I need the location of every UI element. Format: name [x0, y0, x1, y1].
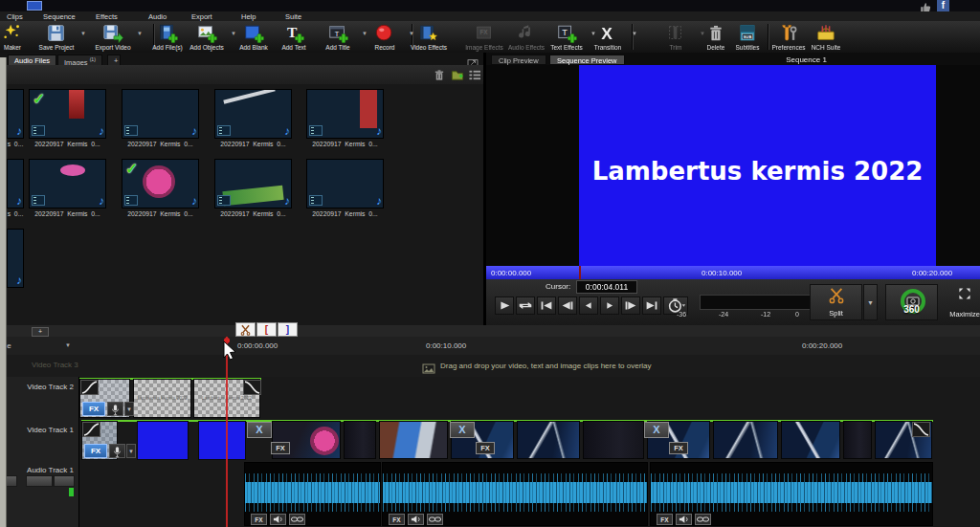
- timeline-ruler[interactable]: ine ▼ 0:00:00.0000:00:10.0000:00:20.000: [0, 337, 980, 356]
- preview-360-button[interactable]: 360: [885, 284, 938, 320]
- export-video-button[interactable]: Export Video▼: [87, 22, 139, 52]
- dropdown-arrow-icon[interactable]: ▼: [80, 31, 86, 36]
- preview-playhead[interactable]: [579, 266, 581, 279]
- transition-crossfade-icon[interactable]: X: [450, 422, 475, 438]
- trim-end-icon[interactable]: ]: [278, 322, 298, 337]
- bin-clip[interactable]: ✓♪20220917_Kermis_0...: [122, 159, 199, 217]
- video-clip-frame[interactable]: [517, 421, 580, 459]
- play-button[interactable]: [495, 296, 514, 315]
- fade-in-icon[interactable]: [80, 380, 99, 395]
- split-button[interactable]: Split: [810, 284, 862, 320]
- tab-clip-preview[interactable]: Clip Preview: [491, 55, 546, 65]
- clip-narration-mic-icon[interactable]: [109, 444, 125, 458]
- trim-start-icon[interactable]: [: [256, 322, 277, 337]
- tab-sequence-preview[interactable]: Sequence Preview: [549, 55, 625, 65]
- jump-end-button[interactable]: [642, 296, 661, 315]
- menu-effects[interactable]: Effects: [96, 12, 118, 21]
- menu-export[interactable]: Export: [191, 12, 212, 21]
- dropdown-arrow-icon[interactable]: ▼: [632, 31, 637, 36]
- video-clip-frame[interactable]: [583, 421, 644, 459]
- list-view-icon[interactable]: [468, 68, 481, 80]
- split-scissors-icon[interactable]: [235, 322, 256, 337]
- cursor-time-field[interactable]: 0:00:04.011: [576, 280, 637, 294]
- facebook-icon[interactable]: f: [937, 0, 949, 11]
- fade-out-icon[interactable]: [243, 380, 261, 395]
- add-track-button[interactable]: +: [32, 327, 49, 337]
- bin-clip[interactable]: ♪20220917_Kermis_0...: [214, 159, 292, 217]
- track-volume-slider[interactable]: [26, 475, 75, 487]
- menu-audio[interactable]: Audio: [148, 12, 167, 21]
- video-clip-frame[interactable]: [781, 421, 840, 459]
- clip-fx-badge[interactable]: FX: [669, 442, 688, 454]
- save-project-button[interactable]: Save Project▼: [31, 22, 82, 52]
- clip-narration-mic-icon[interactable]: [107, 402, 123, 416]
- video-effects-button[interactable]: Video Effects: [403, 22, 455, 52]
- split-options-arrow[interactable]: ▼: [863, 284, 878, 320]
- loop-button[interactable]: [516, 296, 535, 315]
- bin-clip[interactable]: ✓♪20220917_Kermis_0...: [29, 89, 106, 147]
- menu-sequence[interactable]: Sequence: [43, 12, 76, 21]
- menu-help[interactable]: Help: [241, 12, 256, 21]
- trash-icon[interactable]: [433, 68, 446, 80]
- transition-button[interactable]: XTransition▼: [582, 22, 634, 52]
- speaker-icon[interactable]: [676, 514, 692, 525]
- transition-crossfade-icon[interactable]: X: [644, 422, 669, 438]
- audio-clip[interactable]: FX: [650, 462, 933, 526]
- menu-clips[interactable]: Clips: [7, 12, 23, 21]
- bin-clip-partial[interactable]: ♪: [7, 229, 24, 288]
- bin-clip-partial[interactable]: ♪s_0...: [7, 159, 24, 217]
- track-video-2[interactable]: Video Track 2 Lambertus kermis 2022 Lamb…: [0, 377, 980, 421]
- link-icon[interactable]: [289, 514, 305, 525]
- speaker-icon[interactable]: [408, 514, 424, 525]
- video-clip-frame[interactable]: [344, 421, 376, 459]
- track-video-1[interactable]: Video Track 1 X X X FX FX FX FX ▼: [0, 420, 980, 463]
- bin-clip[interactable]: ♪20220917_Kermis_0...: [306, 89, 384, 147]
- timeline-view-dropdown-icon[interactable]: ▼: [65, 342, 71, 348]
- audio-clip[interactable]: FX: [244, 462, 381, 526]
- bin-clip-partial[interactable]: ♪s_0...: [7, 89, 24, 147]
- video-clip-frame[interactable]: [713, 421, 778, 459]
- bin-clip[interactable]: ♪20220917_Kermis_0...: [306, 159, 384, 217]
- transition-crossfade-icon[interactable]: X: [247, 422, 272, 438]
- text-clip[interactable]: Lambertus kermis 2022: [133, 379, 191, 418]
- step-forward-button[interactable]: [600, 296, 619, 315]
- like-icon[interactable]: [919, 0, 933, 11]
- blank-blue-clip[interactable]: [137, 421, 189, 460]
- clip-options-arrow[interactable]: ▼: [126, 444, 136, 458]
- track-audio-1[interactable]: Audio Track 1 FXFXFX: [0, 462, 980, 527]
- bin-clip[interactable]: ♪20220917_Kermis_0...: [122, 89, 199, 147]
- track-video-1-header[interactable]: Video Track 1: [0, 420, 79, 462]
- fade-out-icon[interactable]: [912, 422, 930, 437]
- nch-suite-button[interactable]: NCH Suite: [800, 22, 852, 52]
- link-icon[interactable]: [427, 514, 443, 525]
- jump-start-button[interactable]: [537, 296, 556, 315]
- fade-in-icon[interactable]: [82, 422, 100, 437]
- track-video-2-header[interactable]: Video Track 2: [0, 377, 79, 420]
- menu-suite[interactable]: Suite: [285, 12, 301, 21]
- tab-audio-files[interactable]: Audio Files: [8, 55, 56, 65]
- track-audio-1-header[interactable]: Audio Track 1: [0, 462, 79, 527]
- add-folder-icon[interactable]: [451, 68, 464, 80]
- tab-images[interactable]: Images (1): [57, 55, 102, 65]
- clip-fx-badge[interactable]: FX: [271, 442, 290, 454]
- link-icon[interactable]: [695, 514, 711, 525]
- clip-options-arrow[interactable]: ▼: [124, 402, 134, 416]
- video-clip-frame[interactable]: [379, 421, 448, 459]
- track-video-3[interactable]: Video Track 3 Drag and drop your video, …: [0, 355, 980, 378]
- speaker-icon[interactable]: [270, 514, 286, 525]
- audio-clip[interactable]: FX: [382, 462, 648, 526]
- audio-fx-badge[interactable]: FX: [657, 514, 673, 525]
- prev-frame-button[interactable]: [558, 296, 577, 315]
- blank-blue-clip[interactable]: [198, 421, 246, 460]
- bin-clip[interactable]: ♪20220917_Kermis_0...: [214, 89, 292, 147]
- video-clip-frame[interactable]: [843, 421, 872, 459]
- bin-clip[interactable]: ♪20220917_Kermis_0...: [29, 159, 106, 217]
- maximize-button[interactable]: Maximize: [944, 284, 980, 320]
- clip-fx-button[interactable]: FX: [82, 402, 105, 416]
- step-back-button[interactable]: [579, 296, 598, 315]
- audio-fx-badge[interactable]: FX: [389, 514, 405, 525]
- timeline-playhead[interactable]: [226, 337, 228, 527]
- popout-icon[interactable]: [467, 55, 479, 64]
- clip-fx-button[interactable]: FX: [84, 444, 107, 458]
- clip-fx-badge[interactable]: FX: [476, 442, 495, 454]
